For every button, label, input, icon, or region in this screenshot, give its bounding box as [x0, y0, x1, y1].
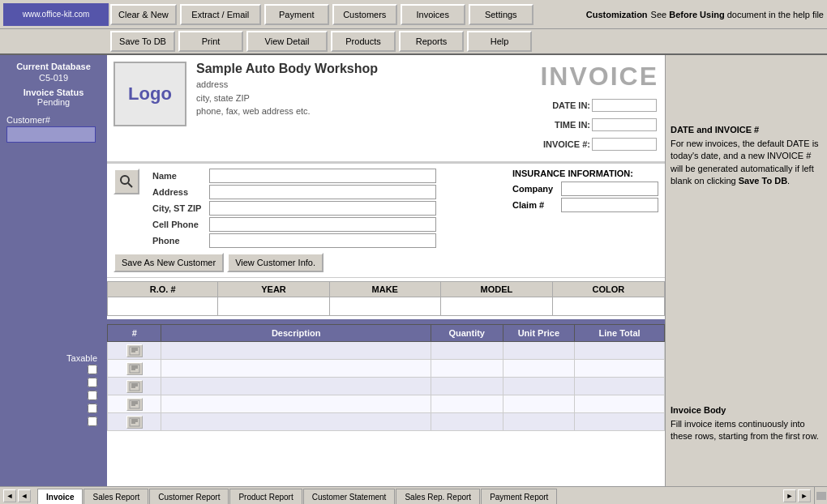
tab-next2-button[interactable]: ►: [798, 489, 811, 502]
col-price: Unit Price: [503, 325, 575, 342]
company-city: city, state ZIP: [196, 92, 496, 105]
item-qty-5[interactable]: [433, 415, 501, 429]
item-row-2: [108, 360, 665, 378]
company-address: address: [196, 78, 496, 92]
item-icon-2[interactable]: [126, 362, 143, 375]
invoice-num-input[interactable]: [592, 138, 657, 151]
date-in-input[interactable]: [592, 99, 657, 112]
save-to-db-button[interactable]: Save To DB: [110, 31, 175, 52]
vehicle-table: R.O. # YEAR MAKE MODEL COLOR: [107, 281, 665, 316]
extract-email-button[interactable]: Extract / Email: [180, 4, 261, 25]
settings-button[interactable]: Settings: [469, 4, 533, 25]
products-button[interactable]: Products: [331, 31, 396, 52]
item-total-2[interactable]: [576, 361, 662, 376]
toolbar-row1: www.office-kit.com Clear & New Extract /…: [0, 0, 827, 29]
time-in-input[interactable]: [592, 118, 657, 131]
taxable-checkbox-5[interactable]: [88, 416, 97, 426]
invoices-button[interactable]: Invoices: [401, 4, 465, 25]
address-row: Address: [152, 185, 493, 199]
item-desc-1[interactable]: [163, 344, 428, 358]
view-detail-button[interactable]: View Detail: [246, 31, 328, 52]
tab-payment-report[interactable]: Payment Report: [481, 489, 557, 505]
item-total-5[interactable]: [576, 415, 662, 429]
company-input[interactable]: [561, 182, 658, 196]
color-input[interactable]: [556, 299, 661, 314]
item-qty-1[interactable]: [433, 344, 501, 358]
item-price-4[interactable]: [505, 397, 573, 412]
save-new-customer-button[interactable]: Save As New Customer: [114, 253, 224, 272]
toolbar-row2: Save To DB Print View Detail Products Re…: [0, 29, 827, 55]
customer-left-fields: Name Address City, ST ZIP: [152, 169, 493, 250]
view-customer-info-button[interactable]: View Customer Info.: [227, 253, 324, 272]
item-total-4[interactable]: [576, 397, 662, 412]
item-qty-4[interactable]: [433, 397, 501, 412]
tab-invoice[interactable]: Invoice: [37, 489, 83, 505]
taxable-label: Taxable: [6, 353, 101, 363]
payment-button[interactable]: Payment: [264, 4, 329, 25]
item-row-5: [108, 413, 665, 431]
customer-name-row: Name Address City, ST ZIP: [114, 169, 658, 250]
item-qty-2[interactable]: [433, 361, 501, 376]
ro-input[interactable]: [111, 299, 214, 314]
taxable-checkbox-3[interactable]: [88, 391, 97, 400]
name-input[interactable]: [209, 169, 436, 183]
item-icon-1[interactable]: [126, 344, 143, 357]
tab-customer-report[interactable]: Customer Report: [149, 489, 229, 505]
customer-fields: Name Address City, ST ZIP: [114, 169, 658, 250]
item-total-3[interactable]: [576, 379, 662, 394]
item-total-1[interactable]: [576, 344, 662, 358]
col-color: COLOR: [552, 282, 664, 297]
city-input[interactable]: [209, 201, 436, 216]
phone-input[interactable]: [209, 233, 436, 248]
customer-search-button[interactable]: [114, 169, 139, 194]
item-desc-3[interactable]: [163, 379, 428, 394]
address-input[interactable]: [209, 185, 436, 199]
cell-input[interactable]: [209, 217, 436, 232]
tab-prev-button[interactable]: ◄: [3, 489, 16, 502]
invoice-title-area: INVOICE DATE IN: TIME IN: INVOICE #:: [496, 62, 658, 155]
item-icon-3[interactable]: [126, 380, 143, 393]
claim-input[interactable]: [561, 198, 658, 212]
bottom-bar: ◄ ◄ InvoiceSales ReportCustomer ReportPr…: [0, 486, 827, 504]
customers-button[interactable]: Customers: [332, 4, 397, 25]
help-button[interactable]: Help: [467, 31, 532, 52]
taxable-checkbox-2[interactable]: [88, 378, 97, 387]
item-price-3[interactable]: [505, 379, 573, 394]
company-name: Sample Auto Body Workshop: [196, 62, 496, 76]
invoice-num-label: INVOICE #:: [543, 135, 590, 153]
tab-sales-rep.-report[interactable]: Sales Rep. Report: [396, 489, 480, 505]
item-price-5[interactable]: [505, 415, 573, 429]
scrollbar-thumb[interactable]: [814, 487, 827, 505]
tab-product-report[interactable]: Product Report: [229, 489, 302, 505]
tab-prev2-button[interactable]: ◄: [18, 489, 31, 502]
tab-next-button[interactable]: ►: [783, 489, 796, 502]
item-desc-4[interactable]: [163, 397, 428, 412]
customer-number-input[interactable]: [6, 126, 96, 143]
year-input[interactable]: [221, 299, 325, 314]
items-table: # Description Quantity Unit Price Line T…: [107, 324, 665, 431]
tab-customer-statement[interactable]: Customer Statement: [303, 489, 396, 505]
svg-line-1: [128, 183, 132, 187]
logo-text: Logo: [128, 83, 172, 105]
item-icon-5[interactable]: [126, 416, 143, 429]
vehicle-row: [108, 297, 665, 316]
taxable-checkbox-1[interactable]: [88, 365, 97, 374]
help-panel: DATE and INVOICE # For new invoices, the…: [665, 55, 827, 486]
reports-button[interactable]: Reports: [399, 31, 464, 52]
cell-label: Cell Phone: [152, 220, 209, 229]
search-icon: [118, 173, 135, 190]
clear-new-button[interactable]: Clear & New: [110, 4, 177, 25]
taxable-checkbox-4[interactable]: [88, 404, 97, 413]
item-qty-3[interactable]: [433, 379, 501, 394]
item-icon-4[interactable]: [126, 398, 143, 411]
item-desc-5[interactable]: [163, 415, 428, 429]
claim-label: Claim #: [512, 200, 561, 210]
make-input[interactable]: [333, 299, 437, 314]
item-price-2[interactable]: [505, 361, 573, 376]
item-price-1[interactable]: [505, 344, 573, 358]
model-input[interactable]: [444, 299, 549, 314]
tab-sales-report[interactable]: Sales Report: [84, 489, 148, 505]
item-desc-2[interactable]: [163, 361, 428, 376]
print-button[interactable]: Print: [178, 31, 243, 52]
company-row: Company: [512, 182, 658, 196]
